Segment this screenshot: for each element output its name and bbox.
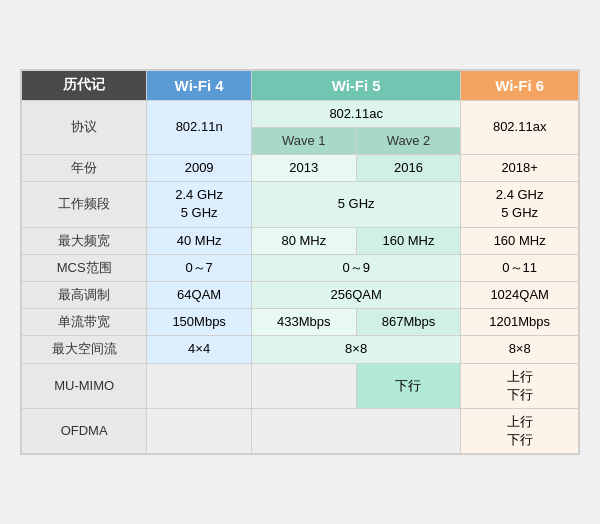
- header-wifi4: Wi-Fi 4: [147, 70, 252, 100]
- cell-wifi5-freq: 5 GHz: [251, 182, 460, 227]
- label-mcs: MCS范围: [22, 254, 147, 281]
- label-mumimo: MU-MIMO: [22, 363, 147, 408]
- cell-wifi5-mcs: 0～9: [251, 254, 460, 281]
- table-row-mumimo: MU-MIMO 下行 上行下行: [22, 363, 579, 408]
- label-year: 年份: [22, 155, 147, 182]
- label-freq: 工作频段: [22, 182, 147, 227]
- header-wifi6: Wi-Fi 6: [461, 70, 579, 100]
- cell-wifi5-ofdma: [251, 408, 460, 453]
- cell-wifi6-stream-bw: 1201Mbps: [461, 309, 579, 336]
- cell-wifi4-mcs: 0～7: [147, 254, 252, 281]
- header-label: 历代记: [22, 70, 147, 100]
- cell-wifi4-spatial: 4×4: [147, 336, 252, 363]
- cell-wifi5-w2-mumimo: 下行: [356, 363, 461, 408]
- label-modulation: 最高调制: [22, 282, 147, 309]
- cell-wifi6-spatial: 8×8: [461, 336, 579, 363]
- cell-wifi5-w1-year: 2013: [251, 155, 356, 182]
- cell-wave2-label: Wave 2: [356, 127, 461, 154]
- cell-wifi5-spatial: 8×8: [251, 336, 460, 363]
- table-row-stream-bw: 单流带宽 150Mbps 433Mbps 867Mbps 1201Mbps: [22, 309, 579, 336]
- table-row-year: 年份 2009 2013 2016 2018+: [22, 155, 579, 182]
- cell-wifi5-modulation: 256QAM: [251, 282, 460, 309]
- label-bandwidth: 最大频宽: [22, 227, 147, 254]
- table-row-spatial: 最大空间流 4×4 8×8 8×8: [22, 336, 579, 363]
- cell-wifi4-mumimo: [147, 363, 252, 408]
- cell-wifi4-protocol: 802.11n: [147, 100, 252, 154]
- label-spatial: 最大空间流: [22, 336, 147, 363]
- cell-wifi4-freq: 2.4 GHz5 GHz: [147, 182, 252, 227]
- cell-wifi5-w1-mumimo: [251, 363, 356, 408]
- table-row-modulation: 最高调制 64QAM 256QAM 1024QAM: [22, 282, 579, 309]
- cell-wifi4-bandwidth: 40 MHz: [147, 227, 252, 254]
- cell-wifi6-protocol: 802.11ax: [461, 100, 579, 154]
- cell-wifi5-w1-bandwidth: 80 MHz: [251, 227, 356, 254]
- table-row-mcs: MCS范围 0～7 0～9 0～11: [22, 254, 579, 281]
- label-stream-bw: 单流带宽: [22, 309, 147, 336]
- cell-wifi4-stream-bw: 150Mbps: [147, 309, 252, 336]
- table-row-ofdma: OFDMA 上行下行: [22, 408, 579, 453]
- comparison-table-wrap: 历代记 Wi-Fi 4 Wi-Fi 5 Wi-Fi 6 协议 802.11n 8…: [20, 69, 580, 456]
- header-wifi5: Wi-Fi 5: [251, 70, 460, 100]
- cell-wifi4-modulation: 64QAM: [147, 282, 252, 309]
- cell-wifi6-mcs: 0～11: [461, 254, 579, 281]
- table-row-freq: 工作频段 2.4 GHz5 GHz 5 GHz 2.4 GHz5 GHz: [22, 182, 579, 227]
- cell-wifi6-mumimo: 上行下行: [461, 363, 579, 408]
- cell-wifi6-year: 2018+: [461, 155, 579, 182]
- cell-wifi6-bandwidth: 160 MHz: [461, 227, 579, 254]
- table-row-bandwidth: 最大频宽 40 MHz 80 MHz 160 MHz 160 MHz: [22, 227, 579, 254]
- cell-wifi6-modulation: 1024QAM: [461, 282, 579, 309]
- cell-wifi4-ofdma: [147, 408, 252, 453]
- table-row-protocol-top: 协议 802.11n 802.11ac 802.11ax: [22, 100, 579, 127]
- cell-wifi5-protocol-top: 802.11ac: [251, 100, 460, 127]
- cell-wifi5-w2-stream-bw: 867Mbps: [356, 309, 461, 336]
- label-ofdma: OFDMA: [22, 408, 147, 453]
- cell-wifi5-w2-year: 2016: [356, 155, 461, 182]
- wifi-comparison-table: 历代记 Wi-Fi 4 Wi-Fi 5 Wi-Fi 6 协议 802.11n 8…: [21, 70, 579, 455]
- cell-wifi6-freq: 2.4 GHz5 GHz: [461, 182, 579, 227]
- cell-wave1-label: Wave 1: [251, 127, 356, 154]
- cell-wifi5-w1-stream-bw: 433Mbps: [251, 309, 356, 336]
- cell-wifi6-ofdma: 上行下行: [461, 408, 579, 453]
- cell-wifi4-year: 2009: [147, 155, 252, 182]
- cell-wifi5-w2-bandwidth: 160 MHz: [356, 227, 461, 254]
- label-protocol: 协议: [22, 100, 147, 154]
